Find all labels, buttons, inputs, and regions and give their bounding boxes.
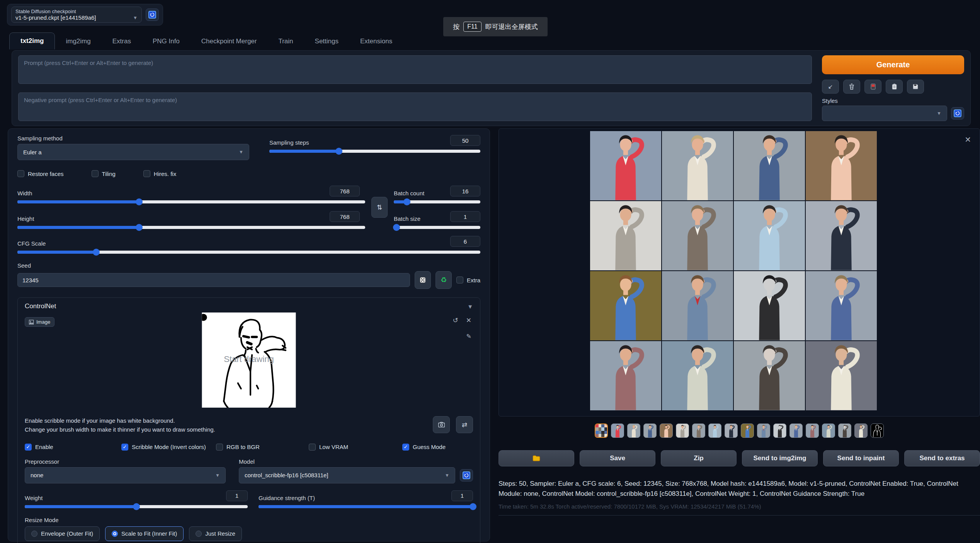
tab-extras[interactable]: Extras [102,33,142,50]
thumbnail[interactable] [692,423,705,438]
swap-width-height-button[interactable]: ⇅ [371,197,388,218]
weight-slider[interactable] [25,505,248,508]
guess-mode-checkbox[interactable]: ✓Guess Mode [402,444,446,451]
prompt-input[interactable]: Prompt (press Ctrl+Enter or Alt+Enter to… [18,55,812,84]
random-seed-button[interactable] [415,271,431,289]
gallery-image[interactable] [806,131,877,200]
slider-knob[interactable] [136,224,143,231]
thumbnail[interactable] [757,423,770,438]
thumbnail[interactable] [789,423,803,438]
styles-dropdown[interactable]: ▼ [822,106,947,121]
tab-txt2img[interactable]: txt2img [9,32,55,50]
thumbnail[interactable] [627,423,640,438]
width-slider[interactable] [17,200,365,203]
thumbnail[interactable] [676,423,689,438]
checkpoint-dropdown[interactable]: Stable Diffusion checkpoint v1-5-pruned.… [11,7,142,23]
batch-count-slider[interactable] [394,200,480,203]
height-value[interactable]: 768 [330,211,360,222]
generate-button[interactable]: Generate [822,55,964,74]
batch-count-value[interactable]: 16 [450,186,480,196]
radio-envelope-outer-fit[interactable]: Envelope (Outer Fit) [25,526,100,541]
sampling-steps-value[interactable]: 50 [450,135,480,146]
extra-networks-button[interactable] [864,80,881,94]
save-button[interactable]: Save [580,450,655,466]
gallery-image[interactable] [734,341,805,410]
open-folder-button[interactable] [499,450,574,466]
cfg-scale-slider[interactable] [17,251,480,254]
guidance-strength-slider[interactable] [259,505,473,508]
slider-knob[interactable] [93,249,100,256]
thumbnail[interactable] [854,423,868,438]
slider-knob[interactable] [470,503,476,510]
scribble-mode-checkbox[interactable]: ✓Scribble Mode (Invert colors) [121,444,216,451]
send-to-inpaint-button[interactable]: Send to inpaint [823,450,899,466]
thumbnail[interactable] [741,423,754,438]
gallery-image[interactable] [806,201,877,270]
tab-checkpoint-merger[interactable]: Checkpoint Merger [191,33,268,50]
clear-canvas-icon[interactable]: ✕ [466,316,471,324]
thumbnail[interactable] [708,423,721,438]
close-gallery-button[interactable]: ✕ [965,135,971,144]
guidance-strength-value[interactable]: 1 [451,490,473,501]
preprocessor-dropdown[interactable]: none ▼ [25,467,226,483]
gallery-image[interactable] [590,201,661,270]
reuse-seed-button[interactable]: ♻ [436,271,452,289]
slider-knob[interactable] [335,148,342,155]
gallery-image[interactable] [734,271,805,340]
gallery-image[interactable] [662,271,733,340]
refresh-styles-button[interactable] [951,107,964,120]
clear-prompt-button[interactable] [843,80,860,94]
low-vram-checkbox[interactable]: Low VRAM [309,444,402,451]
seed-extra-checkbox[interactable]: Extra [456,277,480,283]
hires-fix-checkbox[interactable]: Hires. fix [143,170,176,177]
thumbnail[interactable] [660,423,673,438]
brush-icon[interactable]: ✎ [466,333,471,340]
gallery-image[interactable] [662,201,733,270]
thumbnail[interactable] [725,423,738,438]
save-style-button[interactable] [907,80,924,94]
slider-knob[interactable] [403,198,410,205]
collapse-arrow-icon[interactable]: ▼ [467,303,473,310]
paste-params-button[interactable]: ↙ [822,80,839,94]
thumbnail-scribble-input[interactable] [871,423,884,438]
thumbnail[interactable] [611,423,624,438]
seed-input[interactable]: 12345 [17,273,410,287]
gallery-image[interactable] [734,201,805,270]
slider-knob[interactable] [136,198,143,205]
thumbnail[interactable] [838,423,851,438]
tab-train[interactable]: Train [267,33,304,50]
zip-button[interactable]: Zip [661,450,737,466]
thumbnail[interactable] [643,423,657,438]
undo-icon[interactable]: ↺ [453,316,458,324]
cfg-scale-value[interactable]: 6 [450,236,480,247]
refresh-checkpoints-button[interactable] [146,9,159,21]
gallery-image[interactable] [662,131,733,200]
rgb-to-bgr-checkbox[interactable]: RGB to BGR [216,444,309,451]
tab-png-info[interactable]: PNG Info [142,33,191,50]
sampling-method-dropdown[interactable]: Euler a ▼ [17,144,249,160]
sampling-steps-slider[interactable] [269,150,480,153]
thumbnail[interactable] [806,423,819,438]
slider-knob[interactable] [393,224,400,231]
controlnet-model-dropdown[interactable]: control_scribble-fp16 [c508311e] ▼ [239,467,455,483]
tiling-checkbox[interactable]: Tiling [92,170,116,177]
tab-extensions[interactable]: Extensions [349,33,403,50]
scribble-canvas[interactable]: Start drawing [202,312,296,408]
controlnet-image-tab[interactable]: Image [25,317,54,327]
webcam-button[interactable] [433,416,450,433]
height-slider[interactable] [17,226,365,229]
negative-prompt-input[interactable]: Negative prompt (press Ctrl+Enter or Alt… [18,92,812,121]
controlnet-enable-checkbox[interactable]: ✓Enable [25,444,121,451]
gallery-image[interactable] [734,131,805,200]
thumbnail-contact-sheet[interactable] [595,423,608,438]
radio-scale-to-fit-inner-fit[interactable]: Scale to Fit (Inner Fit) [105,526,184,541]
thumbnail[interactable] [822,423,835,438]
width-value[interactable]: 768 [330,186,360,196]
restore-faces-checkbox[interactable]: Restore faces [17,170,64,177]
mirror-webcam-button[interactable]: ⇄ [456,416,473,433]
gallery-image[interactable] [590,341,661,410]
radio-just-resize[interactable]: Just Resize [189,526,242,541]
thumbnail[interactable] [773,423,786,438]
batch-size-value[interactable]: 1 [450,211,480,222]
tab-img2img[interactable]: img2img [55,33,101,50]
